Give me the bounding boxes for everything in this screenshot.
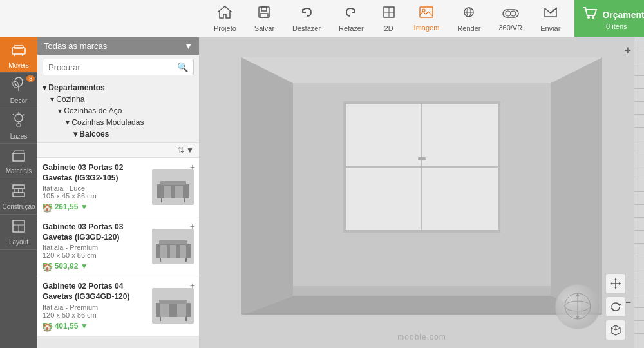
product-add-btn-0[interactable]: + [190, 162, 195, 172]
sort-button[interactable]: ⇅ ▼ [178, 146, 194, 155]
product-name-0: Gabinete 03 Portas 02 Gavetas (IG3G2-105… [43, 163, 148, 183]
right-ruler [634, 37, 644, 348]
sidebar-item-layout[interactable]: Layout [0, 215, 37, 250]
sidebar-item-materiais[interactable]: Materiais [0, 144, 37, 179]
svg-marker-79 [614, 287, 617, 289]
luzes-icon [12, 112, 25, 131]
product-brand-2: Itatiaia - Premium [43, 304, 148, 311]
2d-icon [382, 5, 396, 23]
category-tree: ▾ Departamentos ▾ Cozinha ▾ Cozinhas de … [37, 79, 199, 142]
ruler-tick-7 [634, 115, 644, 128]
product-img-2 [152, 288, 194, 324]
move-icon[interactable] [605, 273, 626, 294]
ruler-tick-3 [634, 63, 644, 76]
sidebar-item-decor[interactable]: Decor 8 [0, 73, 37, 108]
svg-rect-54 [159, 300, 187, 304]
svg-line-16 [551, 9, 554, 13]
cart-button[interactable]: Orçamento 0 itens [574, 0, 644, 37]
toolbar-imagem[interactable]: Imagem [406, 3, 448, 34]
product-card-1[interactable]: Gabinete 03 Portas 03 Gavetas (IG3GD-120… [37, 217, 199, 276]
toolbar-360vr[interactable]: 360/VR [491, 3, 530, 34]
product-card-2[interactable]: Gabinete 02 Portas 04 Gavetas (IG3G4GD-1… [37, 276, 199, 336]
sidebar: Móveis Decor 8 Luzes [0, 37, 200, 348]
ruler-tick-19 [634, 269, 644, 282]
rotate-icon[interactable] [605, 296, 626, 317]
orbit-sphere[interactable] [555, 284, 600, 329]
toolbar-2d-label: 2D [384, 24, 393, 32]
svg-marker-60 [242, 57, 293, 315]
ruler-tick-6 [634, 102, 644, 115]
product-price-2: R$ 401,55 ▼ [43, 322, 148, 331]
toolbar-desfazer-label: Desfazer [292, 24, 321, 32]
product-brand-0: Itatiaia - Luce [43, 184, 148, 192]
toolbar-center: Projeto Salvar Desfazer Refazer 2D [200, 0, 574, 37]
ruler-tick-22 [634, 308, 644, 321]
product-info-1: Gabinete 03 Portas 03 Gavetas (IG3GD-120… [43, 222, 148, 271]
product-fav-btn-1[interactable]: 🏠 [43, 263, 52, 272]
ruler-tick-1 [634, 37, 644, 50]
ruler-tick-9 [634, 140, 644, 153]
svg-point-18 [592, 16, 594, 19]
cat-cozinha[interactable]: ▾ Cozinha [43, 93, 194, 105]
product-fav-btn-0[interactable]: 🏠 [43, 204, 52, 213]
zoom-in-button[interactable]: + [624, 44, 631, 57]
toolbar: Projeto Salvar Desfazer Refazer 2D [0, 0, 644, 37]
toolbar-refazer[interactable]: Refazer [331, 3, 372, 35]
brand-dropdown[interactable]: Todas as marcas ▼ [37, 37, 199, 55]
cube-icon[interactable] [605, 320, 626, 340]
svg-rect-34 [15, 189, 19, 193]
toolbar-2d[interactable]: 2D [374, 3, 404, 35]
layout-label: Layout [9, 238, 28, 246]
search-input[interactable] [48, 63, 177, 72]
ruler-tick-5 [634, 89, 644, 102]
product-card-0[interactable]: Gabinete 03 Portas 02 Gavetas (IG3G2-105… [37, 158, 199, 217]
imagem-icon [419, 6, 434, 23]
ruler-tick-2 [634, 50, 644, 63]
moveis-icon [11, 41, 26, 60]
svg-point-14 [511, 11, 516, 16]
svg-rect-50 [160, 245, 167, 258]
svg-rect-47 [159, 240, 187, 244]
toolbar-render[interactable]: Render [450, 3, 488, 35]
toolbar-projeto-label: Projeto [214, 24, 236, 32]
cat-cozinhas-moduladas[interactable]: ▾ Cozinhas Moduladas [43, 117, 194, 128]
brand-dropdown-label: Todas as marcas [44, 41, 107, 51]
brand-dropdown-arrow: ▼ [184, 41, 193, 51]
cat-cozinhas-aco[interactable]: ▾ Cozinhas de Aço [43, 105, 194, 117]
ruler-tick-18 [634, 256, 644, 269]
svg-marker-81 [619, 282, 621, 285]
ruler-tick-16 [634, 231, 644, 244]
materiais-label: Materiais [6, 168, 32, 175]
svg-marker-62 [242, 296, 602, 315]
toolbar-enviar[interactable]: Enviar [533, 3, 568, 35]
svg-rect-7 [420, 7, 433, 17]
sidebar-item-luzes[interactable]: Luzes [0, 108, 37, 144]
render-icon [462, 5, 476, 23]
svg-rect-35 [19, 189, 23, 193]
nav-panel: Móveis Decor 8 Luzes [0, 37, 37, 348]
cat-departamentos[interactable]: ▾ Departamentos [43, 82, 194, 93]
product-fav-btn-2[interactable]: 🏠 [43, 323, 52, 332]
main-content: Móveis Decor 8 Luzes [0, 37, 644, 348]
layout-icon [12, 219, 26, 237]
svg-line-85 [611, 328, 616, 330]
svg-line-84 [616, 328, 620, 330]
cat-balcoes[interactable]: ▾ Balcões [43, 128, 194, 140]
product-add-btn-2[interactable]: + [190, 280, 195, 291]
projeto-icon [217, 5, 232, 23]
sidebar-item-construcao[interactable]: Construção [0, 179, 37, 215]
cart-label: Orçamento [602, 10, 644, 20]
sidebar-item-moveis[interactable]: Móveis [0, 37, 37, 73]
toolbar-desfazer[interactable]: Desfazer [285, 3, 328, 35]
sort-bar: ⇅ ▼ [37, 142, 199, 158]
toolbar-projeto[interactable]: Projeto [206, 3, 244, 35]
ruler-tick-21 [634, 295, 644, 308]
decor-icon [12, 77, 26, 95]
product-add-btn-1[interactable]: + [190, 221, 195, 231]
ruler-tick-20 [634, 282, 644, 295]
sidebar-wrapper: Móveis Decor 8 Luzes [0, 37, 199, 348]
svg-rect-32 [13, 153, 24, 161]
toolbar-enviar-label: Enviar [540, 24, 560, 32]
toolbar-salvar[interactable]: Salvar [247, 3, 282, 35]
ruler-tick-13 [634, 192, 644, 205]
